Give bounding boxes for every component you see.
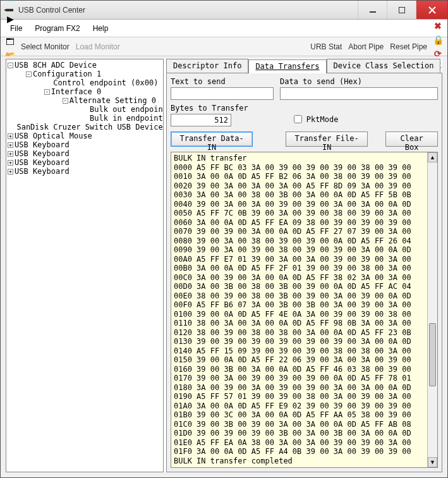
tab-descriptor-info[interactable]: Descriptor Info xyxy=(166,59,248,73)
data-to-send-input[interactable] xyxy=(280,87,438,100)
select-monitor-label[interactable]: Select Monitor xyxy=(18,42,72,51)
toggle-icon[interactable]: + xyxy=(8,142,13,148)
data-to-send-label: Data to send (Hex) xyxy=(280,77,438,86)
tab-data-transfers[interactable]: Data Transfers xyxy=(248,59,326,73)
tree-item[interactable]: -Interface 0 xyxy=(6,87,163,96)
svg-rect-2 xyxy=(370,11,376,13)
scroll-up-icon[interactable]: ▲ xyxy=(428,152,437,162)
pktmode-checkbox[interactable]: PktMode xyxy=(291,113,339,125)
text-to-send-label: Text to send xyxy=(171,77,274,86)
tree-item[interactable]: -Configuration 1 xyxy=(6,70,163,78)
bytes-label: Bytes to Transfer xyxy=(171,104,248,113)
transfer-file-button[interactable]: Transfer File-IN xyxy=(286,132,368,147)
device-tree[interactable]: -USB 8CH ADC Device -Configuration 1 Con… xyxy=(6,59,164,472)
lock-icon[interactable]: 🔒 xyxy=(431,33,445,47)
toolbar: 📹▶🗔📂✂📋▶ Select Monitor Load Monitor URB … xyxy=(1,37,447,56)
close-button[interactable] xyxy=(416,1,447,19)
toggle-icon[interactable]: + xyxy=(8,169,13,175)
toggle-icon[interactable]: + xyxy=(8,151,13,157)
tree-item[interactable]: +USB Keyboard xyxy=(6,158,163,167)
maximize-button[interactable] xyxy=(387,1,416,19)
bytes-input[interactable] xyxy=(171,114,231,126)
hex-output[interactable]: BULK IN transfer 0000 A5 FF BC 03 3A 00 … xyxy=(171,152,427,467)
tree-item[interactable]: -USB 8CH ADC Device xyxy=(6,61,163,70)
tree-item[interactable]: -Alternate Setting 0 xyxy=(6,96,163,105)
tree-item[interactable]: Control endpoint (0x00) xyxy=(6,78,163,87)
load-monitor-label: Load Monitor xyxy=(73,42,123,51)
transfer-data-button[interactable]: Transfer Data-IN xyxy=(171,132,253,147)
tab-bar: Descriptor InfoData TransfersDevice Clas… xyxy=(166,59,442,73)
text-to-send-input[interactable] xyxy=(171,87,274,100)
camera-icon[interactable]: 📹 xyxy=(3,0,17,3)
toggle-icon[interactable]: + xyxy=(8,133,13,139)
titlebar: USB Control Center xyxy=(1,1,447,20)
tree-item[interactable]: +USB Keyboard xyxy=(6,149,163,158)
props-icon[interactable]: 🗔 xyxy=(3,35,17,49)
menu-help[interactable]: Help xyxy=(87,22,114,35)
scroll-down-icon[interactable]: ▼ xyxy=(428,457,437,467)
toggle-icon[interactable]: - xyxy=(63,98,68,104)
play-icon[interactable]: ▶ xyxy=(3,12,17,26)
menubar: File Program FX2 Help xyxy=(1,20,447,37)
toggle-icon[interactable]: - xyxy=(26,71,32,77)
tab-device-class-selection[interactable]: Device Class Selection xyxy=(327,59,441,73)
urb-stat-label[interactable]: URB Stat xyxy=(308,42,344,51)
toggle-icon[interactable]: - xyxy=(44,89,50,95)
svg-rect-3 xyxy=(399,7,405,13)
data-transfers-panel: Text to send Data to send (Hex) Bytes to… xyxy=(166,73,442,472)
menu-program-fx2[interactable]: Program FX2 xyxy=(29,22,85,35)
tree-item[interactable]: Bulk in endpoint (0x86) xyxy=(6,114,163,123)
toggle-icon[interactable]: + xyxy=(8,160,13,166)
window-title: USB Control Center xyxy=(18,6,358,15)
scroll-thumb[interactable] xyxy=(429,323,436,386)
clear-box-button[interactable]: Clear Box xyxy=(385,132,438,147)
tree-item[interactable]: +USB Keyboard xyxy=(6,167,163,176)
tree-item[interactable]: +USB Optical Mouse xyxy=(6,132,163,140)
hex-scrollbar[interactable]: ▲ ▼ xyxy=(427,152,437,467)
tree-item[interactable]: +USB Keyboard xyxy=(6,140,163,149)
toggle-icon[interactable]: - xyxy=(8,63,13,68)
close-red-icon[interactable]: ✖ xyxy=(431,19,445,33)
abort-pipe-label[interactable]: Abort Pipe xyxy=(346,42,386,51)
tree-item[interactable]: SanDisk Cruzer Switch USB Device xyxy=(6,123,163,132)
minimize-button[interactable] xyxy=(358,1,387,19)
reset-pipe-label[interactable]: Reset Pipe xyxy=(387,42,430,51)
tree-item[interactable]: Bulk out endpoint (0x02) xyxy=(6,105,163,114)
